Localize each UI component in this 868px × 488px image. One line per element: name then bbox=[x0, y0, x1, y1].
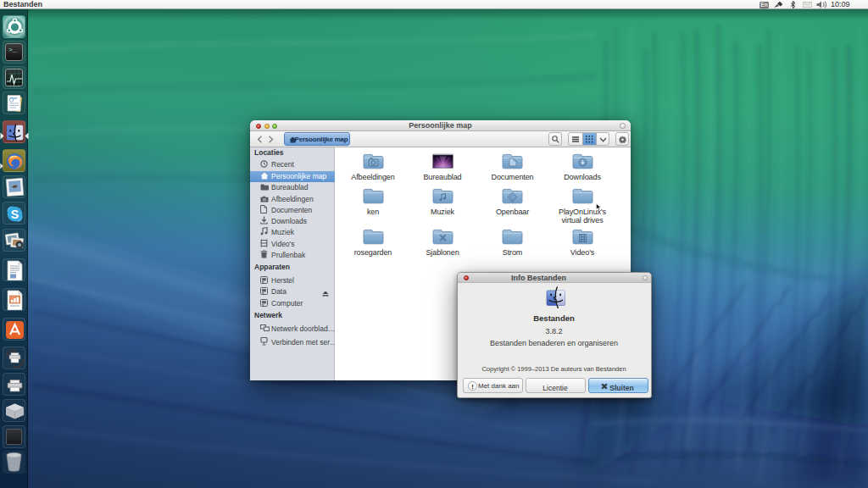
svg-text:S: S bbox=[11, 208, 19, 221]
